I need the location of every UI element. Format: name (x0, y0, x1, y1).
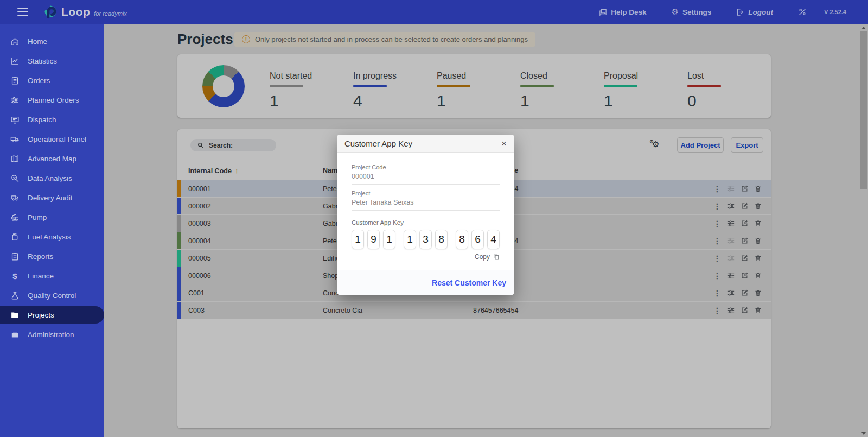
brand-tagline: for readymix (94, 10, 127, 17)
home-icon (10, 37, 20, 46)
fuel-can-icon (10, 232, 20, 242)
logout-label: Logout (748, 8, 773, 16)
sidebar-item-operational-panel[interactable]: Operational Panel (0, 130, 104, 148)
sidebar-item-label: Data Analysis (28, 174, 72, 182)
sidebar-item-label: Quality Control (28, 292, 76, 300)
sidebar-item-label: Home (28, 37, 47, 46)
brand-name: Loop (61, 5, 90, 18)
copy-icon (493, 254, 500, 261)
project-field: Project Peter Tanaka Seixas (352, 190, 500, 211)
app-window: Loop for readymix Help Desk ⚙ Settings L… (0, 0, 868, 437)
sidebar-item-label: Reports (28, 252, 53, 261)
customer-app-key-label: Customer App Key (352, 219, 500, 226)
sidebar-item-delivery-audit[interactable]: Delivery Audit (0, 189, 104, 206)
sidebar-item-planned-orders[interactable]: Planned Orders (0, 91, 104, 109)
help-desk-label: Help Desk (611, 8, 646, 16)
delivery-audit-icon (10, 193, 20, 202)
key-digit: 9 (367, 230, 380, 249)
key-digit: 1 (383, 230, 395, 249)
dialog-title: Customer App Key (344, 139, 412, 148)
sidebar-item-orders[interactable]: Orders (0, 72, 104, 89)
logout-icon (736, 8, 744, 16)
sidebar-item-reports[interactable]: Reports (0, 248, 104, 265)
orders-icon (10, 76, 20, 85)
dollar-icon: $ (10, 271, 20, 281)
dispatch-icon (10, 115, 20, 124)
sidebar-item-label: Statistics (28, 57, 57, 65)
sidebar-item-label: Orders (28, 77, 50, 85)
dialog-footer: Reset Customer Key (337, 270, 514, 295)
scroll-up-icon[interactable] (859, 24, 868, 31)
sidebar-item-label: Fuel Analysis (28, 233, 71, 241)
key-digit: 1 (404, 230, 416, 249)
sidebar-item-quality-control[interactable]: Quality Control (0, 287, 104, 304)
planned-orders-icon (10, 96, 20, 105)
reset-customer-key-button[interactable]: Reset Customer Key (432, 278, 506, 287)
sidebar-item-statistics[interactable]: Statistics (0, 52, 104, 69)
statistics-icon (10, 56, 20, 66)
sidebar-item-label: Operational Panel (28, 135, 86, 143)
customer-app-key-digits: 1 9 1 1 3 8 8 6 4 (352, 230, 500, 249)
sidebar-item-label: Delivery Audit (28, 194, 73, 202)
field-value: Peter Tanaka Seixas (352, 197, 500, 211)
reports-icon (10, 252, 20, 261)
sidebar-item-finance[interactable]: $ Finance (0, 267, 104, 284)
logout-button[interactable]: Logout (736, 8, 773, 16)
key-digit: 8 (435, 230, 448, 249)
sidebar-item-label: Finance (28, 272, 54, 280)
hamburger-menu-icon[interactable] (17, 6, 28, 18)
sidebar-item-label: Pump (28, 213, 47, 221)
app-version: V 2.52.4 (824, 9, 846, 15)
sidebar-item-label: Advanced Map (28, 155, 76, 163)
sidebar-item-advanced-map[interactable]: Advanced Map (0, 150, 104, 167)
sidebar-item-label: Dispatch (28, 116, 56, 124)
scrollbar-thumb[interactable] (860, 31, 867, 189)
sidebar-item-fuel-analysis[interactable]: Fuel Analysis (0, 228, 104, 245)
vertical-scrollbar[interactable] (859, 24, 868, 437)
copy-label: Copy (475, 253, 490, 261)
flask-icon (10, 291, 20, 300)
sidebar-item-label: Administration (28, 331, 74, 339)
key-digit: 4 (487, 230, 500, 249)
gear-icon: ⚙ (672, 7, 679, 17)
sidebar-item-label: Planned Orders (28, 96, 79, 104)
pump-truck-icon (10, 213, 20, 222)
project-code-field: Project Code 000001 (352, 164, 500, 185)
search-chart-icon (10, 174, 20, 183)
loop-logo-icon (43, 5, 58, 19)
field-label: Project Code (352, 164, 500, 170)
field-value: 000001 (352, 170, 500, 185)
scroll-down-icon[interactable] (859, 429, 868, 437)
dialog-body: Project Code 000001 Project Peter Tanaka… (337, 153, 514, 261)
chat-icon (599, 8, 607, 16)
sidebar-item-dispatch[interactable]: Dispatch (0, 111, 104, 128)
folder-icon (10, 311, 20, 320)
dialog-header: Customer App Key × (337, 135, 514, 153)
brand: Loop for readymix (43, 5, 127, 19)
copy-button[interactable]: Copy (352, 253, 500, 261)
connection-status-icon[interactable] (798, 8, 807, 16)
help-desk-button[interactable]: Help Desk (599, 8, 646, 16)
sidebar-item-label: Projects (28, 311, 54, 319)
sidebar-item-data-analysis[interactable]: Data Analysis (0, 169, 104, 187)
settings-button[interactable]: ⚙ Settings (672, 7, 712, 17)
key-digit: 1 (352, 230, 364, 249)
sidebar-nav: Home Statistics Orders Planned Orders Di… (0, 24, 104, 437)
top-bar: Loop for readymix Help Desk ⚙ Settings L… (0, 0, 868, 24)
settings-label: Settings (682, 8, 711, 16)
key-digit: 8 (456, 230, 468, 249)
key-digit: 3 (419, 230, 432, 249)
sidebar-item-administration[interactable]: Administration (0, 326, 104, 343)
truck-icon (10, 135, 20, 144)
customer-app-key-dialog: Customer App Key × Project Code 000001 P… (337, 135, 514, 295)
sidebar-item-projects[interactable]: Projects (0, 306, 104, 324)
map-icon (10, 154, 20, 163)
field-label: Project (352, 190, 500, 197)
key-digit: 6 (471, 230, 484, 249)
sidebar-item-home[interactable]: Home (0, 33, 104, 50)
briefcase-icon (10, 330, 20, 339)
sidebar-item-pump[interactable]: Pump (0, 208, 104, 226)
close-icon[interactable]: × (501, 139, 507, 148)
